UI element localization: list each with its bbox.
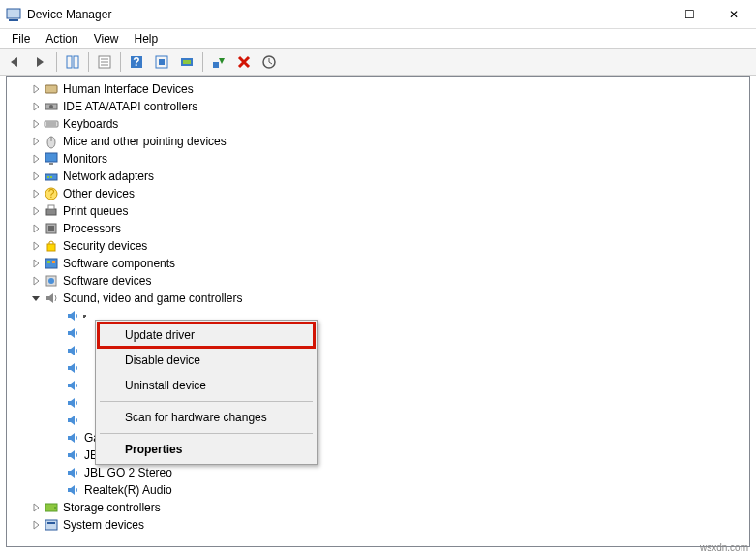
tree-item[interactable]: Print queues (7, 202, 749, 220)
swcomp-icon (44, 256, 59, 271)
chevron-right-icon[interactable] (30, 136, 42, 147)
tree-item[interactable]: Human Interface Devices (7, 80, 749, 98)
svg-rect-19 (45, 121, 58, 127)
tree-item[interactable]: Storage controllers (7, 499, 749, 516)
svg-rect-31 (46, 209, 56, 215)
tree-item-label: Human Interface Devices (63, 82, 194, 96)
menu-file[interactable]: File (4, 30, 38, 47)
tree-item-label: Other devices (63, 187, 135, 200)
svg-rect-32 (48, 205, 54, 209)
tree-item[interactable]: ?Other devices (7, 185, 749, 202)
context-disable-device[interactable]: Disable device (98, 348, 315, 373)
svg-rect-1 (9, 19, 18, 21)
toolbar-scan-changes-button[interactable] (257, 50, 281, 74)
tree-item[interactable]: Network adapters (7, 168, 749, 185)
chevron-right-icon[interactable] (30, 502, 42, 513)
tree-item-label: Mice and other pointing devices (63, 135, 227, 148)
toolbar-enable-button[interactable] (207, 50, 230, 74)
svg-rect-44 (47, 522, 55, 524)
tree-item[interactable]: Processors (7, 220, 749, 237)
tree-item-label: IDE ATA/ATAPI controllers (63, 100, 197, 113)
printer-icon (44, 203, 59, 219)
chevron-right-icon (51, 467, 63, 478)
svg-text:?: ? (48, 187, 55, 200)
chevron-right-icon (51, 432, 63, 444)
context-scan-hardware[interactable]: Scan for hardware changes (98, 405, 315, 430)
toolbar-properties-button[interactable] (93, 50, 116, 74)
chevron-right-icon[interactable] (30, 101, 42, 112)
toolbar-forward-button[interactable] (29, 50, 52, 74)
close-button[interactable]: ✕ (711, 0, 756, 29)
chevron-right-icon[interactable] (30, 83, 42, 95)
toolbar-help-button[interactable]: ? (125, 50, 148, 74)
context-properties[interactable]: Properties (98, 437, 315, 462)
tree-item-label: Software devices (63, 274, 151, 288)
chevron-right-icon (51, 415, 63, 426)
chevron-right-icon (51, 449, 63, 461)
sound-icon (44, 291, 59, 306)
tree-item[interactable]: Security devices (7, 237, 749, 255)
maximize-button[interactable]: ☐ (667, 0, 711, 29)
chevron-right-icon[interactable] (30, 275, 42, 287)
tree-item[interactable]: Sound, video and game controllers (7, 290, 749, 307)
attribution-text: wsxdn.com (700, 542, 748, 553)
context-separator (100, 401, 313, 402)
tree-item[interactable]: Realtek(R) Audio (7, 481, 749, 499)
chevron-down-icon[interactable] (30, 293, 42, 304)
device-tree[interactable]: Human Interface DevicesIDE ATA/ATAPI con… (7, 77, 749, 546)
toolbar-back-button[interactable] (4, 50, 27, 74)
tree-item[interactable]: Mice and other pointing devices (7, 133, 749, 150)
svg-rect-14 (213, 62, 219, 68)
tree-item[interactable]: Software devices (7, 272, 749, 290)
toolbar-uninstall-button[interactable] (232, 50, 256, 74)
svg-rect-36 (45, 259, 57, 268)
svg-rect-2 (67, 56, 72, 68)
svg-rect-25 (49, 163, 53, 165)
security-icon (44, 238, 59, 254)
chevron-right-icon[interactable] (30, 188, 42, 200)
chevron-right-icon[interactable] (30, 223, 42, 234)
context-menu: Update driver Disable device Uninstall d… (95, 320, 318, 465)
speaker-icon (65, 447, 80, 463)
tree-item[interactable]: Monitors (7, 150, 749, 168)
svg-point-40 (48, 278, 54, 284)
chevron-right-icon[interactable] (30, 240, 42, 252)
speaker-icon (65, 465, 80, 480)
menu-help[interactable]: Help (127, 30, 166, 47)
tree-item[interactable]: Software components (7, 255, 749, 272)
tree-item-label: JBL GO 2 Stereo (84, 466, 172, 479)
chevron-right-icon[interactable] (30, 258, 42, 269)
chevron-right-icon[interactable] (30, 519, 42, 531)
context-update-driver[interactable]: Update driver (98, 323, 315, 348)
context-uninstall-device[interactable]: Uninstall device (98, 373, 315, 398)
mouse-icon (44, 134, 59, 149)
svg-rect-0 (7, 9, 20, 18)
chevron-right-icon (51, 310, 63, 322)
tree-item[interactable]: JBL GO 2 Stereo (7, 464, 749, 481)
system-icon (44, 517, 59, 533)
svg-point-18 (49, 105, 53, 108)
speaker-icon (65, 413, 80, 428)
chevron-right-icon[interactable] (30, 170, 42, 182)
toolbar-scan-button[interactable] (175, 50, 198, 74)
chevron-right-icon[interactable] (30, 118, 42, 130)
tree-item-label: Monitors (63, 152, 107, 166)
speaker-icon (65, 343, 80, 358)
svg-rect-16 (45, 85, 57, 93)
tree-item[interactable]: Keyboards (7, 115, 749, 133)
minimize-button[interactable]: — (622, 0, 667, 29)
menu-view[interactable]: View (86, 30, 127, 47)
chevron-right-icon[interactable] (30, 153, 42, 165)
tree-item[interactable]: System devices (7, 516, 749, 534)
toolbar-show-hide-button[interactable] (61, 50, 84, 74)
storage-icon (44, 500, 59, 515)
chevron-right-icon[interactable] (30, 205, 42, 217)
keyboard-icon (44, 116, 59, 132)
toolbar-separator (88, 52, 89, 72)
menu-action[interactable]: Action (38, 30, 85, 47)
network-icon (44, 169, 59, 184)
toolbar-update-button[interactable] (150, 50, 173, 74)
toolbar-separator (120, 52, 121, 72)
tree-item[interactable]: IDE ATA/ATAPI controllers (7, 98, 749, 115)
chevron-right-icon (51, 362, 63, 374)
